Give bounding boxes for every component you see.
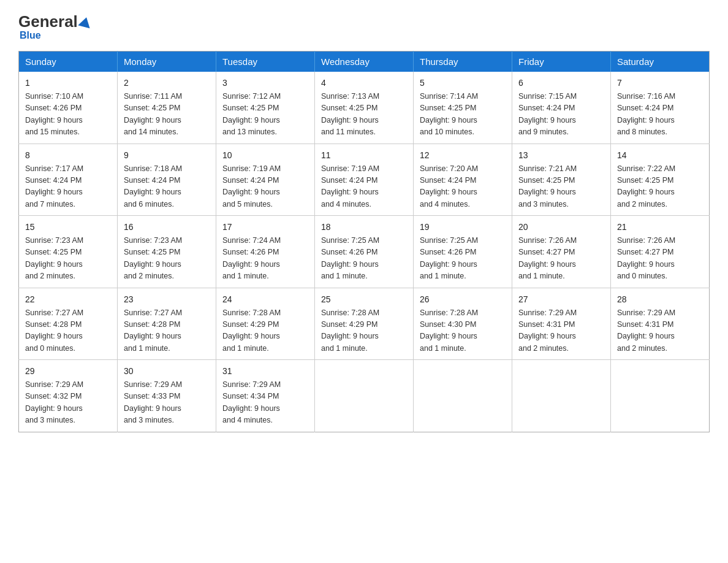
calendar-cell: 31Sunrise: 7:29 AMSunset: 4:34 PMDayligh… — [216, 360, 315, 432]
day-number: 8 — [25, 149, 111, 162]
day-info: Sunrise: 7:23 AMSunset: 4:25 PMDaylight:… — [124, 235, 210, 283]
day-number: 30 — [124, 365, 210, 378]
day-number: 27 — [518, 293, 604, 306]
day-info: Sunrise: 7:18 AMSunset: 4:24 PMDaylight:… — [124, 163, 210, 211]
calendar-cell: 20Sunrise: 7:26 AMSunset: 4:27 PMDayligh… — [512, 216, 611, 288]
calendar-cell: 2Sunrise: 7:11 AMSunset: 4:25 PMDaylight… — [118, 72, 216, 144]
day-info: Sunrise: 7:27 AMSunset: 4:28 PMDaylight:… — [25, 307, 111, 355]
calendar-cell: 6Sunrise: 7:15 AMSunset: 4:24 PMDaylight… — [512, 72, 611, 144]
weekday-header-sunday: Sunday — [19, 52, 118, 72]
calendar-cell: 4Sunrise: 7:13 AMSunset: 4:25 PMDaylight… — [315, 72, 414, 144]
day-number: 16 — [124, 221, 210, 234]
day-number: 4 — [321, 77, 407, 90]
weekday-header-saturday: Saturday — [611, 52, 710, 72]
calendar-cell — [512, 360, 611, 432]
week-row-2: 8Sunrise: 7:17 AMSunset: 4:24 PMDaylight… — [19, 144, 710, 216]
calendar-table: SundayMondayTuesdayWednesdayThursdayFrid… — [18, 51, 710, 432]
day-number: 1 — [25, 77, 111, 90]
calendar-cell: 21Sunrise: 7:26 AMSunset: 4:27 PMDayligh… — [611, 216, 710, 288]
day-info: Sunrise: 7:26 AMSunset: 4:27 PMDaylight:… — [518, 235, 604, 283]
day-info: Sunrise: 7:29 AMSunset: 4:31 PMDaylight:… — [617, 307, 703, 355]
day-number: 26 — [420, 293, 506, 306]
calendar-cell: 24Sunrise: 7:28 AMSunset: 4:29 PMDayligh… — [216, 288, 315, 360]
calendar-cell — [315, 360, 414, 432]
calendar-cell: 12Sunrise: 7:20 AMSunset: 4:24 PMDayligh… — [414, 144, 512, 216]
calendar-cell: 27Sunrise: 7:29 AMSunset: 4:31 PMDayligh… — [512, 288, 611, 360]
calendar-cell: 1Sunrise: 7:10 AMSunset: 4:26 PMDaylight… — [19, 72, 118, 144]
day-info: Sunrise: 7:28 AMSunset: 4:29 PMDaylight:… — [321, 307, 407, 355]
day-number: 10 — [222, 149, 308, 162]
day-number: 22 — [25, 293, 111, 306]
day-number: 11 — [321, 149, 407, 162]
day-number: 15 — [25, 221, 111, 234]
logo-triangle-icon — [78, 15, 92, 28]
weekday-header-row: SundayMondayTuesdayWednesdayThursdayFrid… — [19, 52, 710, 72]
day-info: Sunrise: 7:14 AMSunset: 4:25 PMDaylight:… — [420, 91, 506, 139]
weekday-header-tuesday: Tuesday — [216, 52, 315, 72]
day-info: Sunrise: 7:29 AMSunset: 4:31 PMDaylight:… — [518, 307, 604, 355]
week-row-5: 29Sunrise: 7:29 AMSunset: 4:32 PMDayligh… — [19, 360, 710, 432]
calendar-cell: 9Sunrise: 7:18 AMSunset: 4:24 PMDaylight… — [118, 144, 216, 216]
day-number: 19 — [420, 221, 506, 234]
day-number: 5 — [420, 77, 506, 90]
day-number: 9 — [124, 149, 210, 162]
day-number: 28 — [617, 293, 703, 306]
calendar-cell: 7Sunrise: 7:16 AMSunset: 4:24 PMDaylight… — [611, 72, 710, 144]
logo-blue-text: Blue — [20, 30, 41, 41]
day-number: 25 — [321, 293, 407, 306]
day-number: 13 — [518, 149, 604, 162]
calendar-cell: 14Sunrise: 7:22 AMSunset: 4:25 PMDayligh… — [611, 144, 710, 216]
day-number: 23 — [124, 293, 210, 306]
day-info: Sunrise: 7:19 AMSunset: 4:24 PMDaylight:… — [321, 163, 407, 211]
calendar-cell: 23Sunrise: 7:27 AMSunset: 4:28 PMDayligh… — [118, 288, 216, 360]
calendar-cell: 18Sunrise: 7:25 AMSunset: 4:26 PMDayligh… — [315, 216, 414, 288]
weekday-header-wednesday: Wednesday — [315, 52, 414, 72]
calendar-cell: 25Sunrise: 7:28 AMSunset: 4:29 PMDayligh… — [315, 288, 414, 360]
day-number: 7 — [617, 77, 703, 90]
calendar-cell: 11Sunrise: 7:19 AMSunset: 4:24 PMDayligh… — [315, 144, 414, 216]
weekday-header-friday: Friday — [512, 52, 611, 72]
calendar-cell: 10Sunrise: 7:19 AMSunset: 4:24 PMDayligh… — [216, 144, 315, 216]
day-info: Sunrise: 7:11 AMSunset: 4:25 PMDaylight:… — [124, 91, 210, 139]
day-number: 20 — [518, 221, 604, 234]
calendar-cell: 19Sunrise: 7:25 AMSunset: 4:26 PMDayligh… — [414, 216, 512, 288]
day-info: Sunrise: 7:29 AMSunset: 4:33 PMDaylight:… — [124, 379, 210, 427]
calendar-cell: 22Sunrise: 7:27 AMSunset: 4:28 PMDayligh… — [19, 288, 118, 360]
day-info: Sunrise: 7:20 AMSunset: 4:24 PMDaylight:… — [420, 163, 506, 211]
day-info: Sunrise: 7:29 AMSunset: 4:34 PMDaylight:… — [222, 379, 308, 427]
day-info: Sunrise: 7:26 AMSunset: 4:27 PMDaylight:… — [617, 235, 703, 283]
calendar-cell: 13Sunrise: 7:21 AMSunset: 4:25 PMDayligh… — [512, 144, 611, 216]
calendar-cell: 17Sunrise: 7:24 AMSunset: 4:26 PMDayligh… — [216, 216, 315, 288]
calendar-cell: 5Sunrise: 7:14 AMSunset: 4:25 PMDaylight… — [414, 72, 512, 144]
day-info: Sunrise: 7:21 AMSunset: 4:25 PMDaylight:… — [518, 163, 604, 211]
day-info: Sunrise: 7:13 AMSunset: 4:25 PMDaylight:… — [321, 91, 407, 139]
day-number: 24 — [222, 293, 308, 306]
day-number: 6 — [518, 77, 604, 90]
day-info: Sunrise: 7:16 AMSunset: 4:24 PMDaylight:… — [617, 91, 703, 139]
calendar-cell: 30Sunrise: 7:29 AMSunset: 4:33 PMDayligh… — [118, 360, 216, 432]
day-number: 17 — [222, 221, 308, 234]
day-info: Sunrise: 7:27 AMSunset: 4:28 PMDaylight:… — [124, 307, 210, 355]
day-number: 12 — [420, 149, 506, 162]
week-row-3: 15Sunrise: 7:23 AMSunset: 4:25 PMDayligh… — [19, 216, 710, 288]
calendar-cell: 29Sunrise: 7:29 AMSunset: 4:32 PMDayligh… — [19, 360, 118, 432]
day-number: 2 — [124, 77, 210, 90]
day-number: 3 — [222, 77, 308, 90]
day-number: 29 — [25, 365, 111, 378]
calendar-cell: 16Sunrise: 7:23 AMSunset: 4:25 PMDayligh… — [118, 216, 216, 288]
day-info: Sunrise: 7:17 AMSunset: 4:24 PMDaylight:… — [25, 163, 111, 211]
day-info: Sunrise: 7:28 AMSunset: 4:30 PMDaylight:… — [420, 307, 506, 355]
calendar-cell: 26Sunrise: 7:28 AMSunset: 4:30 PMDayligh… — [414, 288, 512, 360]
logo-general-text: General — [18, 12, 78, 31]
calendar-cell: 28Sunrise: 7:29 AMSunset: 4:31 PMDayligh… — [611, 288, 710, 360]
day-info: Sunrise: 7:29 AMSunset: 4:32 PMDaylight:… — [25, 379, 111, 427]
day-info: Sunrise: 7:25 AMSunset: 4:26 PMDaylight:… — [420, 235, 506, 283]
day-info: Sunrise: 7:23 AMSunset: 4:25 PMDaylight:… — [25, 235, 111, 283]
day-number: 31 — [222, 365, 308, 378]
day-info: Sunrise: 7:15 AMSunset: 4:24 PMDaylight:… — [518, 91, 604, 139]
day-info: Sunrise: 7:19 AMSunset: 4:24 PMDaylight:… — [222, 163, 308, 211]
header: General Blue — [18, 12, 710, 41]
logo: General Blue — [18, 12, 91, 41]
weekday-header-monday: Monday — [118, 52, 216, 72]
calendar-cell: 8Sunrise: 7:17 AMSunset: 4:24 PMDaylight… — [19, 144, 118, 216]
